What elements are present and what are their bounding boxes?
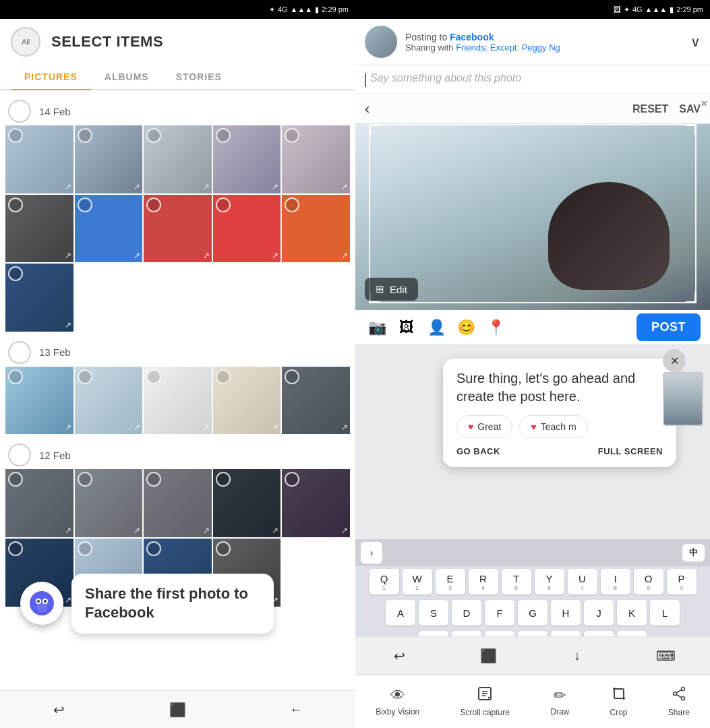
editor-reset-button[interactable]: RESET (632, 103, 668, 115)
photo-select-circle[interactable] (216, 472, 231, 487)
photo-select-circle[interactable] (216, 541, 231, 556)
photo-select-circle[interactable] (8, 198, 23, 212)
key-k[interactable]: K (617, 600, 647, 626)
tab-pictures[interactable]: PICTURES (11, 65, 91, 90)
key-g[interactable]: G (518, 600, 548, 626)
bixby-vision-tool[interactable]: 👁 Bixby Vision (376, 687, 419, 717)
photo-select-circle[interactable] (146, 369, 161, 384)
photo-cell[interactable]: ↗ (144, 195, 212, 263)
full-screen-button[interactable]: FULL SCREEN (598, 446, 663, 456)
home-nav-icon-right[interactable]: ⬛ (479, 646, 498, 665)
date-select-circle[interactable] (8, 444, 31, 466)
crop-tool[interactable]: Crop (610, 686, 628, 717)
scroll-capture-tool[interactable]: Scroll capture (461, 686, 510, 717)
keyboard-nav-icon-right[interactable]: ⌨ (656, 646, 675, 665)
bixby-icon[interactable] (20, 582, 63, 625)
key-a[interactable]: A (386, 600, 415, 626)
photo-select-circle[interactable] (8, 472, 23, 487)
date-select-circle[interactable] (8, 341, 31, 364)
down-nav-icon-right[interactable]: ↓ (568, 646, 587, 665)
photo-cell[interactable]: ↗ (213, 195, 281, 263)
photo-select-circle[interactable] (146, 128, 161, 143)
location-icon[interactable]: 📍 (483, 315, 508, 340)
photo-cell[interactable]: ↗ (5, 367, 73, 435)
photo-select-circle[interactable] (285, 369, 299, 384)
key-o[interactable]: O9 (634, 569, 663, 595)
photo-cell[interactable]: ↗ (213, 125, 281, 193)
photo-select-circle[interactable] (216, 198, 231, 212)
photo-select-circle[interactable] (8, 369, 23, 384)
photo-select-circle[interactable] (216, 128, 231, 143)
photo-cell[interactable]: ↗ (144, 125, 212, 193)
bixby-teach-button[interactable]: ♥ Teach m (519, 415, 587, 438)
photo-select-circle[interactable] (78, 128, 92, 143)
key-w[interactable]: W2 (403, 569, 432, 595)
home-nav-icon[interactable]: ⬛ (168, 700, 187, 719)
key-j[interactable]: J (584, 600, 614, 626)
photo-cell[interactable]: ↗ (144, 367, 212, 435)
key-u[interactable]: U7 (568, 569, 597, 595)
photo-cell[interactable]: ↗ (213, 469, 281, 537)
sharing-with-value[interactable]: Friends: Except: Peggy Ng (456, 42, 560, 53)
photo-cell[interactable]: ↗ (213, 367, 281, 435)
keyboard-lang-btn[interactable]: 中 (682, 544, 705, 562)
back-nav-icon[interactable]: ↩ (50, 700, 69, 719)
photo-select-circle[interactable] (8, 266, 23, 281)
bixby-great-button[interactable]: ♥ Great (456, 415, 512, 438)
key-q[interactable]: Q1 (369, 569, 399, 595)
key-l[interactable]: L (650, 600, 680, 626)
photo-select-circle[interactable] (146, 198, 161, 212)
photo-select-circle[interactable] (78, 369, 92, 384)
photo-cell[interactable]: ↗ (5, 469, 73, 537)
photo-cell[interactable]: ↗ (75, 469, 143, 537)
key-s[interactable]: S (419, 600, 448, 626)
key-f[interactable]: F (485, 600, 514, 626)
photo-select-circle[interactable] (8, 541, 23, 556)
photo-cell[interactable]: ↗ (5, 125, 73, 193)
facebook-platform-link[interactable]: Facebook (450, 32, 494, 42)
post-button[interactable]: POST (637, 313, 701, 341)
share-tool[interactable]: Share (668, 686, 690, 717)
editor-back-button[interactable]: ‹ (365, 100, 369, 118)
photo-cell[interactable]: ↗ (282, 469, 350, 537)
crop-box[interactable] (369, 124, 697, 303)
photo-select-circle[interactable] (146, 541, 161, 556)
key-y[interactable]: Y6 (535, 569, 564, 595)
photo-select-circle[interactable] (216, 369, 231, 384)
go-back-button[interactable]: GO BACK (456, 446, 500, 456)
photo-select-circle[interactable] (8, 128, 23, 143)
photo-cell[interactable]: ↗ (75, 367, 143, 435)
photo-cell[interactable]: ↗ (282, 195, 350, 263)
photo-select-circle[interactable] (78, 198, 92, 212)
key-e[interactable]: E3 (436, 569, 465, 595)
select-all-circle[interactable]: All (11, 27, 40, 57)
tab-stories[interactable]: STORIES (162, 65, 235, 89)
keyboard-nav-icon[interactable]: › (361, 542, 382, 564)
photo-cell[interactable]: ↗ (5, 264, 73, 332)
photo-select-circle[interactable] (146, 472, 161, 487)
key-r[interactable]: R4 (469, 569, 498, 595)
gallery-action-icon[interactable]: 🖼 (394, 315, 419, 340)
photo-cell[interactable]: ↗ (75, 125, 143, 193)
tab-albums[interactable]: ALBUMS (91, 65, 162, 89)
tag-people-icon[interactable]: 👤 (424, 315, 448, 340)
chevron-down-icon[interactable]: ∨ (690, 34, 701, 50)
photo-select-circle[interactable] (78, 541, 92, 556)
photo-select-circle[interactable] (285, 198, 299, 212)
key-p[interactable]: P0 (667, 569, 697, 595)
key-i[interactable]: I8 (601, 569, 630, 595)
draw-tool[interactable]: ✏ Draw (550, 687, 569, 717)
key-t[interactable]: T5 (502, 569, 531, 595)
recents-nav-icon[interactable]: ← (287, 700, 305, 719)
camera-action-icon[interactable]: 📷 (365, 315, 389, 340)
photo-cell[interactable]: ↗ (75, 195, 143, 263)
photo-cell[interactable]: ↗ (144, 469, 212, 537)
date-select-circle[interactable] (8, 100, 31, 123)
photo-cell[interactable]: ↗ (282, 125, 350, 193)
photo-cell[interactable]: ↗ (5, 195, 73, 263)
photo-select-circle[interactable] (285, 472, 299, 487)
key-h[interactable]: H (551, 600, 581, 626)
key-d[interactable]: D (452, 600, 481, 626)
photo-select-circle[interactable] (78, 472, 92, 487)
bixby-close-button[interactable]: ✕ (663, 349, 686, 372)
